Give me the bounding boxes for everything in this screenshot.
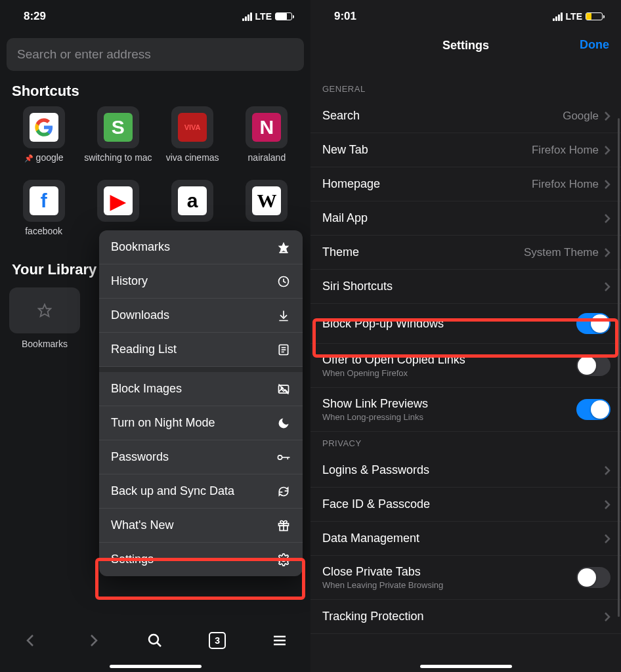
shortcut-switching to mac[interactable]: Sswitching to mac xyxy=(83,106,152,175)
status-right: LTE xyxy=(242,11,292,22)
setting-label: Mail App xyxy=(322,211,368,225)
chevron-right-icon xyxy=(604,213,610,224)
svg-marker-0 xyxy=(39,304,51,316)
svg-marker-1 xyxy=(278,242,289,253)
setting-offer-to-open-copied-links[interactable]: Offer to Open Copied LinksWhen Opening F… xyxy=(310,344,621,388)
toggle-switch[interactable] xyxy=(576,355,610,376)
shortcut-tile: ▶ xyxy=(97,180,139,222)
setting-data-management[interactable]: Data Management xyxy=(310,522,621,556)
status-time: 8:29 xyxy=(24,10,46,23)
setting-mail-app[interactable]: Mail App xyxy=(310,201,621,236)
menu-passwords[interactable]: Passwords xyxy=(99,440,303,474)
shortcut-tile: S xyxy=(97,106,139,148)
tabs-button[interactable]: 3 xyxy=(206,629,228,652)
setting-label: Theme xyxy=(322,245,359,259)
menu-settings[interactable]: Settings xyxy=(99,543,303,576)
menu-item-label: What's New xyxy=(111,518,173,532)
setting-label: Data Management xyxy=(322,532,419,545)
settings-list: GENERALSearchGoogleNew TabFirefox HomeHo… xyxy=(310,77,621,634)
back-button[interactable] xyxy=(20,629,42,652)
setting-label: Show Link Previews xyxy=(322,397,428,411)
pin-icon: 📌 xyxy=(24,154,33,162)
shortcut-facebook[interactable]: ffacebook xyxy=(9,180,78,248)
moon-icon xyxy=(276,417,291,430)
chevron-right-icon xyxy=(604,534,610,544)
menu-block-images[interactable]: Block Images xyxy=(99,372,303,406)
page-title: Settings xyxy=(442,39,489,52)
settings-screen: 9:01 LTE Settings Done GENERALSearchGoog… xyxy=(310,0,621,672)
signal-icon xyxy=(242,12,252,21)
menu-what-s-new[interactable]: What's New xyxy=(99,509,303,543)
menu-item-label: Settings xyxy=(111,553,154,566)
shortcut-label: viva cinemas xyxy=(166,152,219,175)
gear-icon xyxy=(276,553,291,566)
shortcut-nairaland[interactable]: Nnairaland xyxy=(232,106,301,175)
setting-homepage[interactable]: HomepageFirefox Home xyxy=(310,167,621,201)
menu-reading-list[interactable]: Reading List xyxy=(99,333,303,367)
group-header-general: GENERAL xyxy=(310,77,621,99)
done-button[interactable]: Done xyxy=(580,38,609,52)
reader-icon xyxy=(276,343,291,356)
menu-item-label: Reading List xyxy=(111,343,177,356)
setting-value: Firefox Home xyxy=(532,144,599,157)
setting-label: Close Private Tabs xyxy=(322,565,443,579)
setting-sublabel: When Opening Firefox xyxy=(322,368,465,378)
forward-button[interactable] xyxy=(82,629,104,652)
chevron-right-icon xyxy=(604,612,610,622)
toggle-switch[interactable] xyxy=(576,313,610,334)
menu-back-up-and-sync-data[interactable]: Back up and Sync Data xyxy=(99,474,303,509)
menu-item-label: Turn on Night Mode xyxy=(111,416,215,430)
setting-face-id-passcode[interactable]: Face ID & Passcode xyxy=(310,488,621,522)
setting-label: Face ID & Passcode xyxy=(322,497,430,511)
settings-header: Settings Done xyxy=(310,29,621,62)
battery-icon xyxy=(275,12,292,20)
menu-item-label: Block Images xyxy=(111,382,182,396)
chevron-right-icon xyxy=(604,179,610,190)
shortcut-tile: VIVA xyxy=(171,106,213,148)
setting-value: Firefox Home xyxy=(532,178,599,191)
setting-block-pop-up-windows[interactable]: Block Pop-up Windows xyxy=(310,304,621,344)
signal-icon xyxy=(553,12,563,21)
menu-downloads[interactable]: Downloads xyxy=(99,299,303,333)
setting-label: Siri Shortcuts xyxy=(322,280,393,293)
scrollbar[interactable] xyxy=(618,118,620,617)
svg-line-21 xyxy=(157,642,161,646)
group-header-privacy: PRIVACY xyxy=(310,432,621,453)
menu-bookmarks[interactable]: Bookmarks xyxy=(99,230,303,264)
setting-label: Search xyxy=(322,109,360,123)
toggle-knob xyxy=(578,356,596,375)
setting-label: Homepage xyxy=(322,177,380,191)
library-label: Bookmarks xyxy=(22,339,68,349)
library-bookmarks[interactable]: Bookmarks xyxy=(9,287,80,349)
setting-close-private-tabs[interactable]: Close Private TabsWhen Leaving Private B… xyxy=(310,556,621,600)
network-label: LTE xyxy=(566,11,582,22)
menu-history[interactable]: History xyxy=(99,264,303,299)
search-button[interactable] xyxy=(144,629,166,652)
tab-count: 3 xyxy=(209,632,226,649)
svg-rect-2 xyxy=(279,251,288,253)
shortcut-tile: W xyxy=(246,180,288,222)
home-screen: 8:29 LTE Search or enter address Shortcu… xyxy=(0,0,310,672)
setting-show-link-previews[interactable]: Show Link PreviewsWhen Long-pressing Lin… xyxy=(310,388,621,432)
shortcut-tile xyxy=(23,106,65,148)
network-label: LTE xyxy=(255,11,272,22)
setting-logins-passwords[interactable]: Logins & Passwords xyxy=(310,453,621,488)
shortcut-viva cinemas[interactable]: VIVAviva cinemas xyxy=(158,106,227,175)
setting-tracking-protection[interactable]: Tracking Protection xyxy=(310,600,621,634)
toggle-switch[interactable] xyxy=(576,399,610,420)
download-icon xyxy=(276,309,291,322)
shortcut-tile: N xyxy=(246,106,288,148)
menu-turn-on-night-mode[interactable]: Turn on Night Mode xyxy=(99,406,303,440)
setting-siri-shortcuts[interactable]: Siri Shortcuts xyxy=(310,270,621,304)
chevron-right-icon xyxy=(604,111,610,121)
toggle-switch[interactable] xyxy=(576,567,610,588)
shortcut-google[interactable]: 📌google xyxy=(9,106,78,175)
setting-search[interactable]: SearchGoogle xyxy=(310,99,621,133)
search-placeholder: Search or enter address xyxy=(17,47,151,61)
no-image-icon xyxy=(276,383,291,396)
setting-new-tab[interactable]: New TabFirefox Home xyxy=(310,133,621,167)
status-bar-right: 9:01 LTE xyxy=(310,0,621,29)
menu-button[interactable] xyxy=(268,629,291,652)
setting-theme[interactable]: ThemeSystem Theme xyxy=(310,236,621,270)
search-input[interactable]: Search or enter address xyxy=(7,38,304,71)
